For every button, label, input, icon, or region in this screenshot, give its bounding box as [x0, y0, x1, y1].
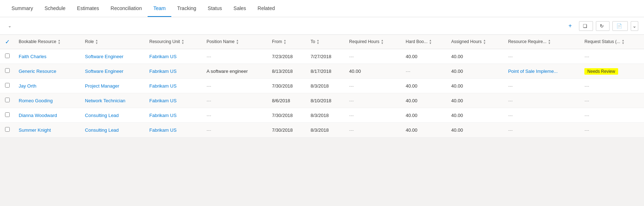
cell-link-role[interactable]: Software Engineer — [85, 69, 124, 74]
cell-link-bookable[interactable]: Dianna Woodward — [19, 113, 57, 118]
row-checkbox[interactable] — [0, 64, 14, 79]
cell-from: 7/30/2018 — [268, 108, 306, 123]
cell-bookable: Summer Knight — [14, 123, 81, 137]
cell-link-bookable[interactable]: Jay Orth — [19, 83, 36, 89]
cell-resourcing: Fabrikam US — [145, 49, 202, 64]
tab-schedule[interactable]: Schedule — [39, 0, 71, 17]
plus-icon: + — [569, 23, 572, 29]
cell-required: --- — [345, 49, 401, 64]
cell-request_status: --- — [580, 79, 644, 93]
tab-summary[interactable]: Summary — [6, 0, 39, 17]
cell-link-role[interactable]: Software Engineer — [85, 54, 124, 59]
cell-hardboo: --- — [402, 64, 447, 79]
cell-required: --- — [345, 93, 401, 108]
cell-bookable: Romeo Gooding — [14, 93, 81, 108]
more-options-button[interactable]: ⌄ — [631, 21, 638, 31]
row-checkbox[interactable] — [0, 93, 14, 108]
tab-tracking[interactable]: Tracking — [171, 0, 202, 17]
cell-link-role[interactable]: Consulting Lead — [85, 113, 119, 118]
cell-required: --- — [345, 123, 401, 137]
chevron-down-icon: ⌄ — [8, 23, 11, 28]
filter-dropdown[interactable]: ⌄ — [6, 23, 11, 28]
cell-resourcing: Fabrikam US — [145, 79, 202, 93]
table-row: Dianna WoodwardConsulting LeadFabrikam U… — [0, 108, 644, 123]
tab-team[interactable]: Team — [148, 0, 171, 17]
cell-link-bookable[interactable]: Summer Knight — [19, 127, 51, 133]
cell-assigned: 40.00 — [447, 123, 504, 137]
cell-hardboo: 40.00 — [402, 93, 447, 108]
select-all-header[interactable]: ✓ — [0, 35, 14, 49]
cell-from: 7/23/2018 — [268, 49, 306, 64]
cell-resourcing: Fabrikam US — [145, 93, 202, 108]
cell-request_status: --- — [580, 93, 644, 108]
cell-link-resourcing[interactable]: Fabrikam US — [149, 83, 177, 89]
cell-role: Consulting Lead — [81, 123, 145, 137]
row-checkbox-input[interactable] — [5, 83, 10, 88]
confirm-button[interactable]: ❏ — [579, 21, 593, 31]
th-request_status[interactable]: Request Status (...▲▼ — [580, 35, 644, 49]
table-row: Summer KnightConsulting LeadFabrikam US-… — [0, 123, 644, 137]
cell-from: 7/30/2018 — [268, 123, 306, 137]
cell-link-bookable[interactable]: Generic Resource — [19, 69, 56, 74]
cell-role: Software Engineer — [81, 64, 145, 79]
cell-role: Consulting Lead — [81, 108, 145, 123]
cell-from: 8/13/2018 — [268, 64, 306, 79]
cell-link-bookable[interactable]: Romeo Gooding — [19, 98, 53, 103]
th-resource_req[interactable]: Resource Require...▲▼ — [504, 35, 580, 49]
cell-bookable: Generic Resource — [14, 64, 81, 79]
cell-link-resourcing[interactable]: Fabrikam US — [149, 127, 177, 133]
th-assigned[interactable]: Assigned Hours▲▼ — [447, 35, 504, 49]
cell-role: Network Technician — [81, 93, 145, 108]
chevron-down-icon: ⌄ — [633, 23, 636, 29]
row-checkbox[interactable] — [0, 108, 14, 123]
cell-position: --- — [202, 108, 268, 123]
cell-link-bookable[interactable]: Faith Charles — [19, 54, 46, 59]
cell-role: Project Manager — [81, 79, 145, 93]
th-bookable[interactable]: Bookable Resource▲▼ — [14, 35, 81, 49]
table-row: Romeo GoodingNetwork TechnicianFabrikam … — [0, 93, 644, 108]
row-checkbox-input[interactable] — [5, 53, 10, 58]
row-checkbox[interactable] — [0, 49, 14, 64]
tab-related[interactable]: Related — [252, 0, 281, 17]
cell-to: 8/10/2018 — [306, 93, 345, 108]
row-checkbox[interactable] — [0, 123, 14, 137]
cell-link-resourcing[interactable]: Fabrikam US — [149, 113, 177, 118]
cell-link-resourcing[interactable]: Fabrikam US — [149, 98, 177, 103]
cell-link-resource-req[interactable]: Point of Sale Impleme... — [508, 69, 558, 74]
row-checkbox-input[interactable] — [5, 112, 10, 117]
th-position[interactable]: Position Name▲▼ — [202, 35, 268, 49]
export-button[interactable]: 📄 — [612, 21, 628, 31]
tab-sales[interactable]: Sales — [228, 0, 252, 17]
cell-link-role[interactable]: Project Manager — [85, 83, 119, 89]
cell-from: 7/30/2018 — [268, 79, 306, 93]
th-required[interactable]: Required Hours▲▼ — [345, 35, 401, 49]
row-checkbox[interactable] — [0, 79, 14, 93]
export-icon: 📄 — [616, 23, 622, 29]
tab-estimates[interactable]: Estimates — [71, 0, 105, 17]
new-button[interactable]: + — [566, 21, 576, 31]
cell-resourcing: Fabrikam US — [145, 123, 202, 137]
refresh-button[interactable]: ↻ — [596, 21, 610, 31]
th-to[interactable]: To▲▼ — [306, 35, 345, 49]
cell-assigned: 40.00 — [447, 93, 504, 108]
tab-status[interactable]: Status — [202, 0, 228, 17]
cell-to: 7/27/2018 — [306, 49, 345, 64]
row-checkbox-input[interactable] — [5, 127, 10, 132]
row-checkbox-input[interactable] — [5, 68, 10, 73]
table-header-row: ✓ Bookable Resource▲▼Role▲▼Resourcing Un… — [0, 35, 644, 49]
cell-link-resourcing[interactable]: Fabrikam US — [149, 54, 177, 59]
cell-link-resourcing[interactable]: Fabrikam US — [149, 69, 177, 74]
th-role[interactable]: Role▲▼ — [81, 35, 145, 49]
cell-link-role[interactable]: Consulting Lead — [85, 127, 119, 133]
cell-required: --- — [345, 108, 401, 123]
team-table: ✓ Bookable Resource▲▼Role▲▼Resourcing Un… — [0, 35, 644, 137]
th-hardboo[interactable]: Hard Boo...▲▼ — [402, 35, 447, 49]
th-resourcing[interactable]: Resourcing Unit▲▼ — [145, 35, 202, 49]
cell-from: 8/6/2018 — [268, 93, 306, 108]
tab-reconciliation[interactable]: Reconciliation — [105, 0, 148, 17]
cell-link-role[interactable]: Network Technician — [85, 98, 125, 103]
row-checkbox-input[interactable] — [5, 98, 10, 102]
cell-required: 40.00 — [345, 64, 401, 79]
cell-required: --- — [345, 79, 401, 93]
th-from[interactable]: From▲▼ — [268, 35, 306, 49]
